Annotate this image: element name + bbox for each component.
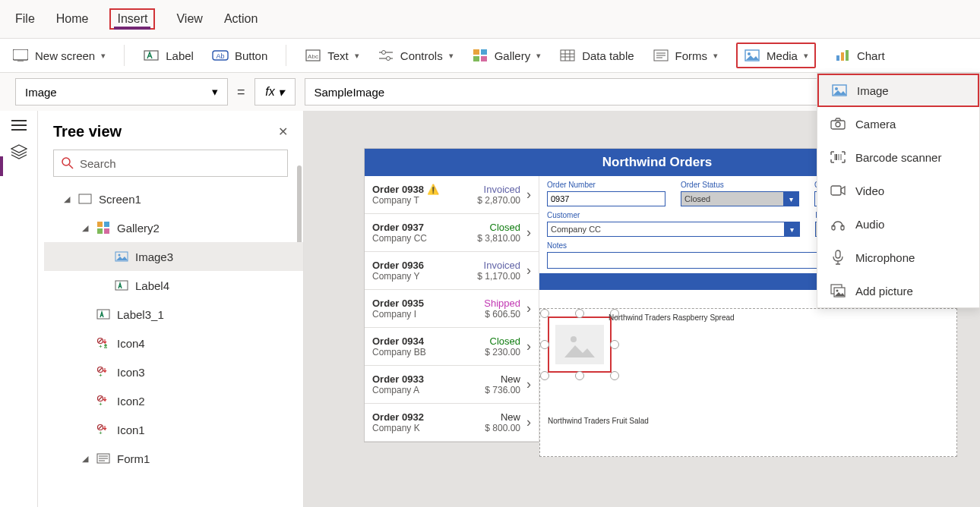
fx-label: fx [265,85,274,99]
fx-button[interactable]: fx ▾ [254,78,296,105]
new-screen-button[interactable]: New screen ▾ [12,47,106,64]
menu-file[interactable]: File [15,9,35,29]
menu-action[interactable]: Action [224,9,258,29]
media-menu-camera[interactable]: Camera [817,107,979,140]
selected-image-control[interactable] [548,316,612,373]
media-menu-audio[interactable]: Audio [817,207,979,241]
label-button-label: Label [166,49,194,62]
order-gallery-row[interactable]: Order 0934Company BBClosed$ 230.00› [365,328,539,366]
order-title: Order 0934 [372,335,485,347]
order-amount: $ 736.00 [485,385,520,395]
chevron-right-icon[interactable]: › [520,301,531,316]
image-placeholder-icon [555,325,604,364]
label-icon [114,278,129,293]
tree-view-panel: Tree view ✕ Search ◢Screen1 ◢Gallery2 Im… [38,111,304,507]
top-menu-bar: File Home Insert View Action [0,0,980,38]
chevron-down-icon: ▾ [804,51,808,61]
media-menu-audio-label: Audio [855,218,884,231]
tree-search-input[interactable]: Search [53,150,288,177]
menu-view[interactable]: View [176,9,202,29]
order-gallery-row[interactable]: Order 0938 ⚠️Company TInvoiced$ 2,870.00… [365,176,539,214]
close-icon[interactable]: ✕ [278,124,288,139]
gallery-icon [96,220,111,235]
tree-node-label4[interactable]: Label4 [44,271,303,300]
product-name-1: Northwind Traders Raspberry Spread [609,313,735,322]
chevron-right-icon[interactable]: › [520,225,531,241]
forms-dropdown[interactable]: Forms ▾ [653,47,719,64]
order-gallery-row[interactable]: Order 0933Company ANew$ 736.00› [365,366,539,404]
order-company: Company K [372,423,485,433]
media-menu-image[interactable]: Image [817,74,979,107]
order-gallery-row[interactable]: Order 0932Company KNew$ 800.00› [365,404,539,442]
menu-insert[interactable]: Insert [109,8,155,30]
button-button[interactable]: Ab Button [212,47,267,64]
media-dropdown-menu: Image Camera Barcode scanner Video Audio… [817,73,980,308]
label-icon [143,47,160,64]
chevron-down-icon: ▾ [449,51,454,61]
order-status: Invoiced [477,184,520,195]
svg-point-37 [119,254,121,257]
svg-line-47 [99,397,102,400]
order-status-select[interactable]: Closed▾ [681,191,799,206]
data-table-button[interactable]: Data table [559,47,634,64]
chevron-right-icon[interactable]: › [520,187,531,203]
products-gallery[interactable]: Northwind Traders Raspberry Spread North… [539,308,957,457]
tree-node-icon4[interactable]: +Icon4 [44,329,303,357]
media-menu-add-picture[interactable]: Add picture [817,274,979,307]
property-selector[interactable]: Image ▾ [15,78,228,105]
tree-node-icon3[interactable]: +Icon3 [44,357,303,386]
svg-point-8 [381,51,385,55]
menu-home[interactable]: Home [56,9,89,29]
svg-text:Abc: Abc [308,53,318,60]
warning-icon: ⚠️ [427,184,439,195]
order-status-label: Order Status [681,181,799,189]
tree-node-label3-1[interactable]: Label3_1 [44,300,303,329]
order-title: Order 0937 [372,222,477,233]
media-menu-video[interactable]: Video [817,174,979,207]
svg-text:+: + [99,372,103,378]
media-menu-barcode[interactable]: Barcode scanner [817,140,979,174]
svg-rect-35 [104,228,109,234]
search-icon [62,157,74,169]
hamburger-icon[interactable] [11,120,27,131]
media-dropdown-button[interactable]: Media ▾ [736,43,816,68]
svg-point-72 [836,290,839,292]
text-dropdown[interactable]: Abc Text ▾ [305,47,359,64]
microphone-icon [830,249,846,266]
svg-rect-26 [836,55,839,61]
tree-node-gallery2[interactable]: ◢Gallery2 [44,213,303,242]
barcode-icon [830,149,846,165]
order-status-value: Closed [684,194,710,203]
media-icon [744,47,760,64]
chevron-right-icon[interactable]: › [520,263,531,279]
orders-gallery[interactable]: Order 0938 ⚠️Company TInvoiced$ 2,870.00… [365,176,539,442]
gallery-dropdown[interactable]: Gallery ▾ [472,47,542,64]
product-name-2: Northwind Traders Fruit Salad [548,417,649,425]
media-menu-microphone[interactable]: Microphone [817,241,979,274]
order-company: Company CC [372,233,477,244]
order-number-input[interactable] [547,191,665,206]
order-gallery-row[interactable]: Order 0935Company IShipped$ 606.50› [365,290,539,328]
order-gallery-row[interactable]: Order 0936Company YInvoiced$ 1,170.00› [365,252,539,290]
tree-node-label: Screen1 [99,193,141,206]
chevron-down-icon: ▾ [713,51,718,61]
tree-node-icon2[interactable]: +Icon2 [44,386,303,415]
order-gallery-row[interactable]: Order 0937Company CCClosed$ 3,810.00› [365,214,539,252]
customer-select[interactable]: Company CC▾ [547,222,800,237]
order-amount: $ 230.00 [485,347,520,357]
tree-node-image3[interactable]: Image3 [44,242,303,271]
icon-control-icon: + [96,393,111,408]
chevron-right-icon[interactable]: › [520,376,531,392]
tree-node-icon1[interactable]: +Icon1 [44,415,303,444]
icon-control-icon: + [96,364,111,379]
chart-dropdown[interactable]: Chart [834,47,885,64]
media-menu-microphone-label: Microphone [855,251,915,264]
label-button[interactable]: Label [143,47,194,64]
chevron-right-icon[interactable]: › [520,339,531,354]
controls-dropdown[interactable]: Controls ▾ [378,47,454,64]
tree-node-screen1[interactable]: ◢Screen1 [44,184,303,213]
chevron-right-icon[interactable]: › [520,414,531,430]
chevron-down-icon: ▾ [278,85,284,99]
tree-node-form1[interactable]: ◢Form1 [44,444,303,473]
tree-view-rail-button[interactable] [11,144,27,159]
